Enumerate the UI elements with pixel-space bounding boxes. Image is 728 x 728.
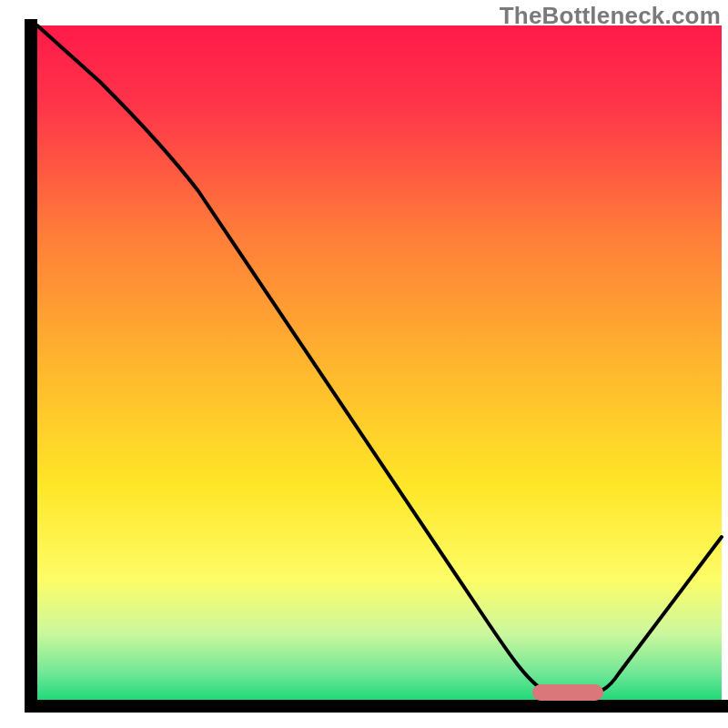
plot-background	[31, 25, 722, 701]
optimum-marker	[532, 684, 603, 701]
chart-svg	[0, 0, 728, 728]
watermark-text: TheBottleneck.com	[500, 2, 721, 30]
chart-frame: TheBottleneck.com	[0, 0, 728, 728]
